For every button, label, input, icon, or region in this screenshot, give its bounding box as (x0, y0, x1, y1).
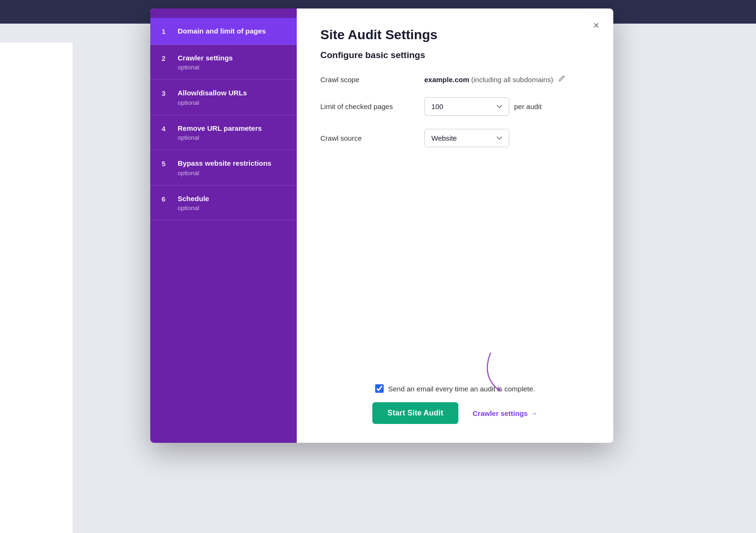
sidebar-item-1[interactable]: 1 Domain and limit of pages (150, 18, 297, 45)
sidebar-item-3-number: 3 (162, 89, 171, 97)
actions-row: Start Site Audit Crawler settings → (320, 402, 590, 424)
sidebar-item-5-content: Bypass website restrictions optional (178, 159, 271, 177)
crawl-scope-label: Crawl scope (320, 76, 415, 84)
email-checkbox[interactable] (375, 384, 384, 393)
crawl-source-label: Crawl source (320, 134, 415, 142)
sidebar-item-4-title: Remove URL parameters (178, 124, 262, 133)
sidebar-item-1-title: Domain and limit of pages (178, 26, 266, 36)
crawl-scope-domain: example.com (424, 76, 469, 84)
sidebar-item-3-content: Allow/disallow URLs optional (178, 88, 247, 106)
crawl-source-select[interactable]: Website Sitemap Both (424, 129, 509, 147)
sidebar-item-5-subtitle: optional (178, 169, 271, 177)
sidebar-item-5-number: 5 (162, 160, 171, 168)
sidebar-item-1-content: Domain and limit of pages (178, 26, 266, 36)
crawl-scope-suffix: (including all subdomains) (471, 76, 553, 84)
limit-select[interactable]: 100 500 1000 5000 10000 (424, 97, 509, 116)
sidebar-item-6[interactable]: 6 Schedule optional (150, 186, 297, 221)
sidebar-item-6-subtitle: optional (178, 204, 209, 212)
sidebar-item-6-title: Schedule (178, 194, 209, 203)
close-button[interactable]: × (589, 18, 604, 33)
sidebar-item-2[interactable]: 2 Crawler settings optional (150, 45, 297, 80)
crawl-source-value-container: Website Sitemap Both (424, 129, 509, 147)
modal-container: 1 Domain and limit of pages 2 Crawler se… (150, 8, 613, 443)
bg-sidebar (0, 42, 73, 533)
crawl-scope-value-container: example.com (including all subdomains) (424, 75, 566, 84)
limit-label: Limit of checked pages (320, 102, 415, 110)
limit-value-container: 100 500 1000 5000 10000 per audit (424, 97, 541, 116)
crawl-source-row: Crawl source Website Sitemap Both (320, 129, 590, 147)
limit-row: Limit of checked pages 100 500 1000 5000… (320, 97, 590, 116)
crawl-scope-row: Crawl scope example.com (including all s… (320, 75, 590, 84)
sidebar-item-2-subtitle: optional (178, 64, 233, 71)
sidebar-item-3-title: Allow/disallow URLs (178, 88, 247, 98)
crawler-settings-arrow-icon: → (531, 409, 538, 417)
email-checkbox-label[interactable]: Send an email every time an audit is com… (388, 385, 535, 393)
sidebar-item-4-subtitle: optional (178, 134, 262, 141)
sidebar-item-4[interactable]: 4 Remove URL parameters optional (150, 115, 297, 151)
sidebar-item-4-number: 4 (162, 125, 171, 133)
edit-icon[interactable] (558, 75, 566, 84)
main-content: × Site Audit Settings Configure basic se… (297, 8, 613, 443)
sidebar-item-5[interactable]: 5 Bypass website restrictions optional (150, 150, 297, 186)
sidebar-item-4-content: Remove URL parameters optional (178, 124, 262, 142)
sidebar-item-6-number: 6 (162, 195, 171, 203)
email-checkbox-row: Send an email every time an audit is com… (320, 384, 590, 393)
modal-title: Site Audit Settings (320, 27, 590, 42)
sidebar-item-1-number: 1 (162, 27, 171, 35)
sidebar-item-2-content: Crawler settings optional (178, 53, 233, 71)
sidebar-item-2-number: 2 (162, 54, 171, 62)
sidebar-item-5-title: Bypass website restrictions (178, 159, 271, 168)
sidebar: 1 Domain and limit of pages 2 Crawler se… (150, 8, 297, 443)
arrow-annotation (462, 348, 557, 405)
sidebar-item-2-title: Crawler settings (178, 53, 233, 63)
section-title: Configure basic settings (320, 50, 590, 60)
per-audit-label: per audit (514, 102, 541, 110)
crawl-scope-value: example.com (including all subdomains) (424, 76, 553, 84)
crawler-settings-link-text: Crawler settings (472, 409, 528, 417)
sidebar-item-3-subtitle: optional (178, 99, 247, 106)
bottom-area: Send an email every time an audit is com… (320, 365, 590, 424)
start-audit-button[interactable]: Start Site Audit (372, 402, 458, 424)
crawler-settings-link[interactable]: Crawler settings → (472, 409, 538, 417)
sidebar-item-3[interactable]: 3 Allow/disallow URLs optional (150, 80, 297, 115)
sidebar-item-6-content: Schedule optional (178, 194, 209, 212)
